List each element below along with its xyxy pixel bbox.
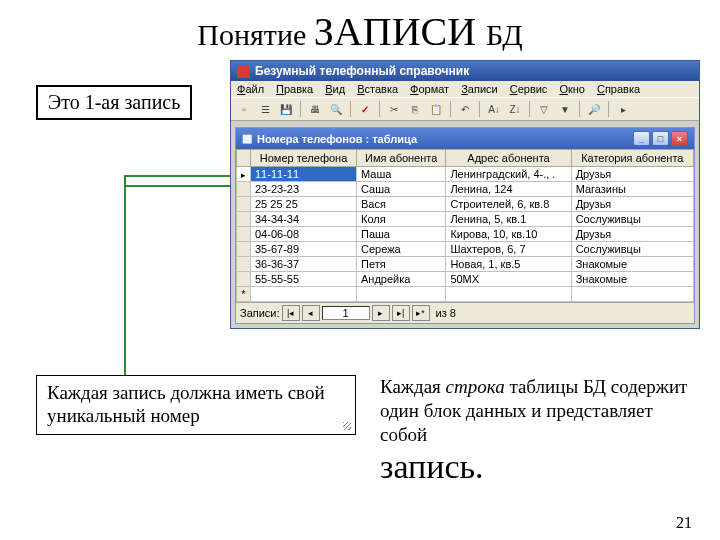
nav-record-input[interactable]: 1 <box>322 306 370 320</box>
table-cell[interactable]: 23-23-23 <box>251 182 357 197</box>
menu-item[interactable]: Записи <box>461 83 498 95</box>
table-cell[interactable]: Друзья <box>571 197 693 212</box>
menu-item[interactable]: Правка <box>276 83 313 95</box>
column-header[interactable]: Адрес абонента <box>446 150 571 167</box>
child-titlebar[interactable]: ▦ Номера телефонов : таблица _ □ × <box>236 128 694 149</box>
paste-icon[interactable]: 📋 <box>427 100 445 118</box>
new-icon[interactable]: ▫ <box>235 100 253 118</box>
table-cell[interactable]: Кирова, 10, кв.10 <box>446 227 571 242</box>
connector-line <box>124 175 126 375</box>
nav-next-button[interactable]: ▸ <box>372 305 390 321</box>
row-selector[interactable] <box>237 242 251 257</box>
table-cell[interactable]: 36-36-37 <box>251 257 357 272</box>
data-table[interactable]: Номер телефонаИмя абонентаАдрес абонента… <box>236 149 694 302</box>
table-cell[interactable]: Знакомые <box>571 272 693 287</box>
table-cell[interactable]: Паша <box>357 227 446 242</box>
menu-item[interactable]: Вид <box>325 83 345 95</box>
table-row[interactable]: 36-36-37ПетяНовая, 1, кв.5Знакомые <box>237 257 694 272</box>
table-row[interactable]: 55-55-55Андрейка50MXЗнакомые <box>237 272 694 287</box>
table-cell[interactable]: Вася <box>357 197 446 212</box>
table-cell[interactable]: 50MX <box>446 272 571 287</box>
maximize-button[interactable]: □ <box>652 131 669 146</box>
table-cell[interactable]: Петя <box>357 257 446 272</box>
separator <box>450 101 451 117</box>
arrow-icon <box>125 185 240 187</box>
close-button[interactable]: × <box>671 131 688 146</box>
table-cell[interactable]: Ленина, 124 <box>446 182 571 197</box>
table-row[interactable]: 11-11-11МашаЛенинградский, 4-., .Друзья <box>237 167 694 182</box>
row-selector[interactable] <box>237 287 251 302</box>
table-cell[interactable] <box>571 287 693 302</box>
table-cell[interactable] <box>251 287 357 302</box>
table-cell[interactable]: 25 25 25 <box>251 197 357 212</box>
table-row[interactable]: 25 25 25ВасяСтроителей, 6, кв.8Друзья <box>237 197 694 212</box>
sort-asc-icon[interactable]: A↓ <box>485 100 503 118</box>
row-selector[interactable] <box>237 272 251 287</box>
row-selector[interactable] <box>237 182 251 197</box>
table-cell[interactable]: Сослуживцы <box>571 242 693 257</box>
menu-item[interactable]: Формат <box>410 83 449 95</box>
table-cell[interactable]: 11-11-11 <box>251 167 357 182</box>
filter-icon[interactable]: ▽ <box>535 100 553 118</box>
table-cell[interactable] <box>357 287 446 302</box>
minimize-button[interactable]: _ <box>633 131 650 146</box>
table-cell[interactable]: Коля <box>357 212 446 227</box>
table-cell[interactable]: 55-55-55 <box>251 272 357 287</box>
nav-new-button[interactable]: ▸* <box>412 305 430 321</box>
filter2-icon[interactable]: ▼ <box>556 100 574 118</box>
nav-prev-button[interactable]: ◂ <box>302 305 320 321</box>
table-cell[interactable]: Строителей, 6, кв.8 <box>446 197 571 212</box>
copy-icon[interactable]: ⎘ <box>406 100 424 118</box>
find-icon[interactable]: 🔎 <box>585 100 603 118</box>
table-cell[interactable]: Ленина, 5, кв.1 <box>446 212 571 227</box>
more-icon[interactable]: ▸ <box>614 100 632 118</box>
row-selector-header[interactable] <box>237 150 251 167</box>
row-selector[interactable] <box>237 257 251 272</box>
preview-icon[interactable]: 🔍 <box>327 100 345 118</box>
new-record-row[interactable] <box>237 287 694 302</box>
table-cell[interactable]: Друзья <box>571 167 693 182</box>
column-header[interactable]: Номер телефона <box>251 150 357 167</box>
table-cell[interactable]: 35-67-89 <box>251 242 357 257</box>
menu-item[interactable]: Вставка <box>357 83 398 95</box>
print-icon[interactable]: 🖶 <box>306 100 324 118</box>
table-cell[interactable]: Знакомые <box>571 257 693 272</box>
cut-icon[interactable]: ✂ <box>385 100 403 118</box>
table-row[interactable]: 23-23-23СашаЛенина, 124Магазины <box>237 182 694 197</box>
row-selector[interactable] <box>237 197 251 212</box>
nav-first-button[interactable]: |◂ <box>282 305 300 321</box>
menu-item[interactable]: Окно <box>559 83 585 95</box>
app-titlebar[interactable]: Безумный телефонный справочник <box>231 61 699 81</box>
table-cell[interactable]: 34-34-34 <box>251 212 357 227</box>
row-selector[interactable] <box>237 167 251 182</box>
menu-item[interactable]: Файл <box>237 83 264 95</box>
table-cell[interactable]: Сослуживцы <box>571 212 693 227</box>
table-cell[interactable] <box>446 287 571 302</box>
nav-last-button[interactable]: ▸| <box>392 305 410 321</box>
table-cell[interactable]: Друзья <box>571 227 693 242</box>
table-cell[interactable]: Маша <box>357 167 446 182</box>
table-cell[interactable]: Магазины <box>571 182 693 197</box>
table-cell[interactable]: Сережа <box>357 242 446 257</box>
table-row[interactable]: 04-06-08ПашаКирова, 10, кв.10Друзья <box>237 227 694 242</box>
table-cell[interactable]: Андрейка <box>357 272 446 287</box>
row-selector[interactable] <box>237 227 251 242</box>
row-selector[interactable] <box>237 212 251 227</box>
table-cell[interactable]: Ленинградский, 4-., . <box>446 167 571 182</box>
table-cell[interactable]: Новая, 1, кв.5 <box>446 257 571 272</box>
column-header[interactable]: Категория абонента <box>571 150 693 167</box>
app-title: Безумный телефонный справочник <box>255 64 469 78</box>
table-cell[interactable]: 04-06-08 <box>251 227 357 242</box>
table-cell[interactable]: Саша <box>357 182 446 197</box>
table-row[interactable]: 34-34-34КоляЛенина, 5, кв.1Сослуживцы <box>237 212 694 227</box>
menu-item[interactable]: Сервис <box>510 83 548 95</box>
save-icon[interactable]: 💾 <box>277 100 295 118</box>
menu-item[interactable]: Справка <box>597 83 640 95</box>
undo-icon[interactable]: ↶ <box>456 100 474 118</box>
table-cell[interactable]: Шахтеров, 6, 7 <box>446 242 571 257</box>
table-row[interactable]: 35-67-89СережаШахтеров, 6, 7Сослуживцы <box>237 242 694 257</box>
column-header[interactable]: Имя абонента <box>357 150 446 167</box>
sort-desc-icon[interactable]: Z↓ <box>506 100 524 118</box>
spell-icon[interactable]: ✓ <box>356 100 374 118</box>
open-icon[interactable]: ☰ <box>256 100 274 118</box>
